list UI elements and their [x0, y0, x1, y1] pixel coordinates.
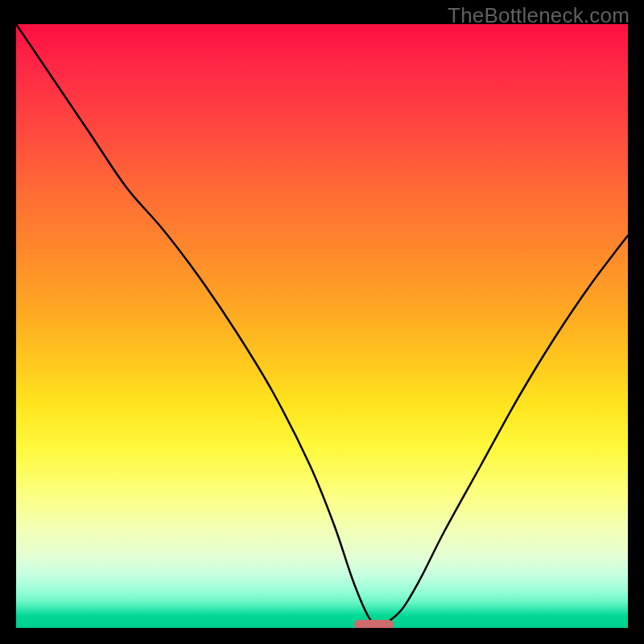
chart-container: TheBottleneck.com	[0, 0, 644, 644]
optimal-marker	[354, 620, 394, 629]
plot-area	[16, 24, 628, 628]
bottleneck-curve	[16, 24, 628, 628]
watermark-text: TheBottleneck.com	[448, 3, 630, 28]
